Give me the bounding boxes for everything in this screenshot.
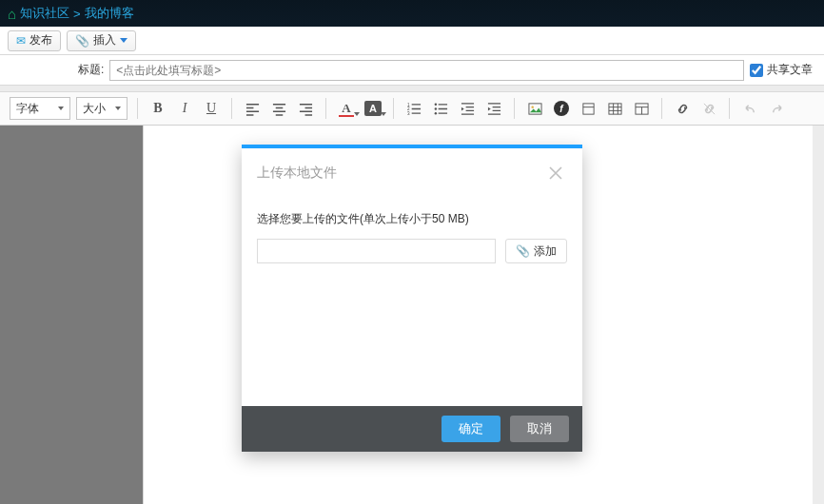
toolbar-separator [325, 98, 326, 119]
toolbar-separator [729, 98, 730, 119]
modal-footer: 确定 取消 [242, 406, 582, 452]
share-label: 共享文章 [767, 62, 813, 78]
unlink-button[interactable] [698, 98, 719, 119]
undo-icon [743, 102, 757, 116]
attachment-icon [581, 102, 596, 116]
flash-button[interactable]: f [551, 98, 572, 119]
action-bar: ✉ 发布 📎 插入 [0, 27, 824, 55]
add-file-button[interactable]: 📎 添加 [505, 239, 567, 263]
editor-toolbar: 字体 大小 B I U A A 123 f [0, 91, 824, 126]
canvas-gutter-right [813, 126, 824, 504]
chevron-down-icon [58, 107, 64, 110]
layout-button[interactable] [631, 98, 652, 119]
toolbar-separator [661, 98, 662, 119]
font-color-a: A [342, 101, 350, 116]
unordered-list-icon [434, 102, 448, 116]
crumb-sep: > [73, 7, 81, 21]
font-size-label: 大小 [83, 101, 106, 117]
svg-point-3 [434, 103, 436, 105]
outdent-icon [461, 102, 475, 116]
link-icon [676, 102, 690, 116]
toolbar-separator [231, 98, 232, 119]
bg-color-button[interactable]: A [363, 98, 383, 119]
modal-body: 选择您要上传的文件(单次上传小于50 MB) 📎 添加 [242, 194, 582, 406]
insert-button[interactable]: 📎 插入 [67, 30, 136, 51]
file-row: 📎 添加 [257, 239, 567, 263]
table-icon [608, 102, 622, 116]
top-header: ⌂ 知识社区 > 我的博客 [0, 0, 824, 27]
add-label: 添加 [534, 243, 557, 260]
title-label: 标题: [11, 62, 104, 78]
modal-title: 上传本地文件 [257, 165, 337, 182]
underline-button[interactable]: U [201, 98, 222, 119]
table-button[interactable] [604, 98, 625, 119]
share-checkbox-wrap[interactable]: 共享文章 [750, 62, 813, 78]
publish-button[interactable]: ✉ 发布 [8, 30, 61, 51]
bold-button[interactable]: B [147, 98, 168, 119]
close-icon [548, 165, 563, 181]
toolbar-separator [137, 98, 138, 119]
indent-button[interactable] [483, 98, 504, 119]
outdent-button[interactable] [457, 98, 478, 119]
align-right-button[interactable] [295, 98, 316, 119]
insert-label: 插入 [93, 32, 116, 48]
mail-icon: ✉ [16, 34, 26, 48]
modal-spacer [257, 263, 567, 378]
svg-point-4 [434, 107, 436, 109]
align-left-icon [245, 102, 260, 116]
align-left-button[interactable] [242, 98, 263, 119]
color-bar-icon [339, 115, 354, 117]
home-icon[interactable]: ⌂ [8, 6, 16, 22]
publish-label: 发布 [29, 32, 52, 48]
attach-icon: 📎 [516, 244, 530, 258]
file-path-input[interactable] [257, 239, 496, 263]
indent-icon [487, 102, 501, 116]
redo-button[interactable] [766, 98, 787, 119]
toolbar-separator [514, 98, 515, 119]
ok-button[interactable]: 确定 [441, 416, 500, 442]
svg-rect-8 [582, 103, 593, 113]
canvas-gutter-left [0, 126, 143, 504]
title-row: 标题: 共享文章 [0, 55, 824, 86]
chevron-down-icon [115, 107, 121, 110]
bg-color-a: A [364, 101, 382, 116]
upload-modal: 上传本地文件 选择您要上传的文件(单次上传小于50 MB) 📎 添加 确定 取消 [242, 145, 582, 452]
italic-button[interactable]: I [174, 98, 195, 119]
font-size-select[interactable]: 大小 [76, 97, 128, 120]
toolbar-separator [393, 98, 394, 119]
redo-icon [770, 102, 784, 116]
undo-button[interactable] [739, 98, 760, 119]
modal-description: 选择您要上传的文件(单次上传小于50 MB) [257, 211, 567, 227]
chevron-down-icon [120, 38, 128, 43]
attach-icon: 📎 [75, 34, 89, 48]
unordered-list-button[interactable] [430, 98, 451, 119]
layout-icon [635, 102, 649, 116]
align-center-button[interactable] [268, 98, 289, 119]
svg-rect-9 [608, 103, 620, 113]
crumb-community[interactable]: 知识社区 [20, 5, 69, 22]
cancel-button[interactable]: 取消 [510, 416, 569, 442]
font-family-select[interactable]: 字体 [10, 97, 70, 120]
ordered-list-icon: 123 [407, 102, 422, 116]
share-checkbox[interactable] [750, 64, 763, 77]
flash-icon: f [554, 101, 569, 116]
svg-rect-6 [528, 103, 540, 113]
ordered-list-button[interactable]: 123 [403, 98, 424, 119]
title-input[interactable] [109, 60, 744, 81]
crumb-myblog[interactable]: 我的博客 [85, 5, 134, 22]
svg-text:3: 3 [407, 111, 410, 116]
attachment-button[interactable] [578, 98, 598, 119]
unlink-icon [702, 102, 716, 116]
modal-header: 上传本地文件 [242, 148, 582, 194]
svg-point-7 [531, 106, 533, 107]
image-button[interactable] [524, 98, 545, 119]
align-center-icon [272, 102, 286, 116]
font-color-button[interactable]: A [336, 98, 357, 119]
close-button[interactable] [544, 162, 567, 184]
align-right-icon [299, 102, 313, 116]
image-icon [528, 102, 542, 116]
svg-point-5 [434, 111, 436, 113]
link-button[interactable] [672, 98, 693, 119]
font-family-label: 字体 [16, 101, 39, 117]
